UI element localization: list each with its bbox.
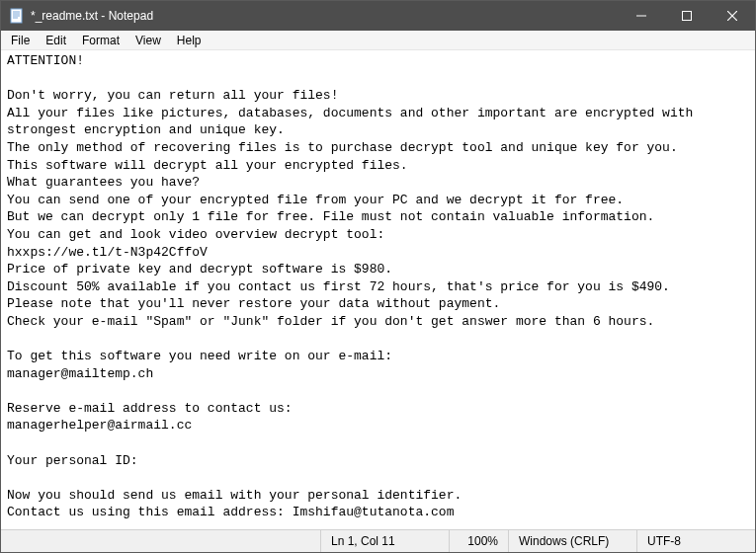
statusbar: Ln 1, Col 11 100% Windows (CRLF) UTF-8 (1, 529, 755, 552)
status-cursor-position: Ln 1, Col 11 (320, 530, 449, 552)
text-area[interactable]: ATTENTION! Don't worry, you can return a… (1, 50, 755, 529)
menu-edit[interactable]: Edit (38, 32, 74, 49)
statusbar-spacer (1, 530, 320, 552)
status-line-endings: Windows (CRLF) (508, 530, 636, 552)
menu-view[interactable]: View (127, 32, 169, 49)
notepad-icon (9, 8, 25, 24)
svg-rect-6 (683, 12, 692, 21)
menubar: File Edit Format View Help (1, 31, 755, 50)
titlebar[interactable]: *_readme.txt - Notepad (1, 1, 755, 31)
close-icon (727, 11, 737, 21)
document-text[interactable]: ATTENTION! Don't worry, you can return a… (7, 52, 749, 521)
close-button[interactable] (710, 1, 755, 31)
status-encoding: UTF-8 (636, 530, 755, 552)
maximize-button[interactable] (664, 1, 710, 31)
menu-file[interactable]: File (3, 32, 38, 49)
notepad-window: *_readme.txt - Notepad File Edit Format … (0, 0, 756, 553)
minimize-button[interactable] (619, 1, 664, 31)
window-controls (619, 1, 755, 31)
window-title: *_readme.txt - Notepad (31, 1, 619, 31)
menu-help[interactable]: Help (169, 32, 210, 49)
menu-format[interactable]: Format (74, 32, 127, 49)
minimize-icon (636, 11, 646, 21)
status-zoom: 100% (449, 530, 508, 552)
maximize-icon (682, 11, 692, 21)
